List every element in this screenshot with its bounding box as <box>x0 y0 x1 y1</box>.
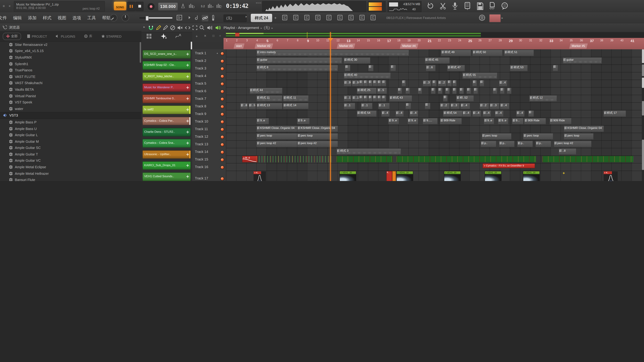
close-icon[interactable]: × <box>8 4 11 8</box>
pattern-clip[interactable]: ..4 <box>472 110 481 117</box>
pause-button[interactable] <box>127 2 135 11</box>
record-arm-dot[interactable] <box>220 177 224 180</box>
track-header[interactable]: Track 12 <box>192 133 226 141</box>
select-icon[interactable] <box>192 25 197 30</box>
pattern-clip[interactable]: p.. <box>480 141 496 147</box>
audio-clip[interactable]: » VEH1..20-3.1dB <box>396 171 413 181</box>
browser-item[interactable]: Sylenth1 <box>0 61 142 67</box>
undo-icon[interactable] <box>427 2 434 10</box>
record-arm-dot[interactable] <box>220 59 224 63</box>
cpu-panel[interactable]: 43 15274 MB 40 <box>388 1 422 12</box>
pattern-clip[interactable]: ..4 <box>516 110 525 117</box>
pattern-clip-mini[interactable] <box>382 80 386 86</box>
pattern-clip[interactable]: perc loop <box>482 133 512 140</box>
track-row[interactable]: guitar样式 30样式 45guitar <box>226 57 644 65</box>
pattern-clip[interactable]: KSHMR Close..Organic 04 <box>256 125 298 132</box>
pattern-clip[interactable]: ..6 <box>426 65 436 71</box>
notebook-icon[interactable] <box>337 14 342 21</box>
mixer-icon[interactable] <box>315 14 320 21</box>
pattern-clip[interactable]: 909 Ride <box>550 118 572 124</box>
menu-item-5[interactable]: 选项 <box>69 15 84 21</box>
browser-item[interactable]: Ample Metal Hellrazer <box>0 170 142 177</box>
pattern-chip[interactable]: VEH1 Cutted Sounds.. <box>142 173 191 181</box>
browser-item[interactable]: Bansuri Flute <box>0 177 142 181</box>
pattern-clip-mini[interactable] <box>472 80 477 86</box>
track-row[interactable]: perc loop #2perc loop #2p..p..p..p..perc… <box>226 140 644 148</box>
timeline-marker[interactable]: Marker #3 <box>337 43 355 49</box>
news-thumbnail[interactable] <box>489 14 501 22</box>
pattern-clip-mini[interactable] <box>390 65 396 71</box>
audio-clip[interactable]: » VEH1..20-3.1dB <box>340 171 356 181</box>
pattern-clip[interactable]: ..4 <box>482 110 491 117</box>
browser-item[interactable]: TruePianos <box>0 67 142 73</box>
pattern-clip-mini[interactable] <box>372 95 377 102</box>
audio-wave-clip[interactable] <box>542 156 633 162</box>
track-header[interactable]: Track 10 <box>192 118 226 125</box>
track-header[interactable]: Track 11 <box>192 125 226 133</box>
plugin-picker-icon[interactable] <box>348 14 354 21</box>
pattern-clip[interactable]: ..1 <box>352 95 360 102</box>
audio-wave-clip[interactable] <box>336 156 393 162</box>
record-arm-dot[interactable] <box>220 105 224 108</box>
focus-selector[interactable]: (无) <box>224 14 247 22</box>
pattern-clip[interactable]: p.. <box>535 141 551 147</box>
pattern-clip-mini[interactable] <box>492 88 498 94</box>
browser-item[interactable]: Vaults BETA <box>0 86 142 93</box>
sparse-note-clip[interactable] <box>256 156 332 162</box>
timeline-marker[interactable]: Marker #2 <box>255 43 273 49</box>
pattern-clip[interactable]: 样式 54 <box>443 110 463 117</box>
track-tool-icon[interactable]: ▨ <box>212 34 215 37</box>
audio-clip[interactable]: » VEH1..20-3.1dB <box>484 171 501 181</box>
pattern-clip[interactable]: ..2 <box>440 103 450 109</box>
pattern-clip[interactable]: intro melody <box>256 50 409 56</box>
menu-icon[interactable]: ≡ <box>3 4 5 8</box>
pattern-clip[interactable]: 909 Ride <box>524 118 546 124</box>
pattern-clip-mini[interactable] <box>406 88 410 94</box>
pattern-clip[interactable]: ..2 <box>480 103 489 109</box>
record-arm-dot[interactable] <box>220 120 224 124</box>
pattern-clip[interactable]: 样式 25 <box>357 88 377 94</box>
pattern-clip[interactable]: ..1 <box>361 103 373 109</box>
record-arm-dot[interactable] <box>220 51 224 55</box>
pattern-chip[interactable]: KSHMR Snap 02 - Cle.. <box>142 61 191 70</box>
scrollbar-thumb[interactable] <box>642 49 644 63</box>
slip-icon[interactable] <box>185 25 190 30</box>
swing-icon[interactable] <box>194 15 199 20</box>
track-header[interactable]: Track 3 <box>192 64 226 72</box>
collapse-icon[interactable]: ▲ <box>216 52 218 54</box>
render-icon[interactable] <box>489 2 495 10</box>
pattern-clip[interactable]: ..5 <box>248 103 256 109</box>
browser-item[interactable]: Ample Bass U <box>0 125 142 132</box>
pattern-clip[interactable]: ..2 <box>438 80 447 86</box>
pattern-clip-mini[interactable] <box>418 88 422 94</box>
track-row[interactable]: 样式 44样式 25..5 <box>226 87 644 95</box>
timeline-ruler[interactable]: 1234567891011121314151617181920212223242… <box>224 38 644 50</box>
tap-tempo-icon[interactable] <box>181 3 185 8</box>
timeline-marker[interactable]: Marker #4 <box>400 43 418 49</box>
pattern-clip[interactable]: 样式 13 <box>256 103 282 109</box>
scrollbar-thumb[interactable] <box>642 101 644 115</box>
pattern-clip[interactable]: 样式 3 <box>336 148 401 155</box>
pattern-clip-mini[interactable] <box>445 88 450 94</box>
pattern-clip[interactable]: ..4 <box>395 110 404 117</box>
browser-item[interactable]: Ample Guitar T <box>0 151 142 157</box>
pattern-clip-mini[interactable] <box>401 80 406 86</box>
pattern-clip[interactable]: perc loop <box>297 133 338 140</box>
record-arm-dot[interactable] <box>220 135 224 139</box>
pattern-clip[interactable]: 样式 50 <box>472 50 502 56</box>
browser-item[interactable]: Ample Bass P <box>0 119 142 125</box>
red-audio-clip[interactable]: » M..6 <box>242 156 258 162</box>
pattern-clip-mini[interactable] <box>528 110 534 117</box>
stop-button[interactable] <box>136 2 144 11</box>
countdown-indicator[interactable]: 3.2 <box>201 4 205 8</box>
step-seq-icon[interactable] <box>293 14 298 21</box>
playlist-title[interactable]: Playlist - Arrangement▸(无)▸ <box>224 25 275 30</box>
track-header[interactable]: Track 14 <box>192 148 226 156</box>
browser-item[interactable]: Ample Metal Eclipse <box>0 164 142 170</box>
pattern-clip[interactable]: ..4 <box>410 110 418 117</box>
pattern-clip-mini[interactable] <box>507 88 512 94</box>
pattern-clip[interactable]: 9..e <box>256 118 269 124</box>
thermometer-icon[interactable] <box>211 15 215 21</box>
track-row[interactable]: 9..e9..e9..e9..e9.....909 Ride9..e9..e9.… <box>226 118 644 125</box>
pattern-clip[interactable]: p.. <box>517 141 533 147</box>
